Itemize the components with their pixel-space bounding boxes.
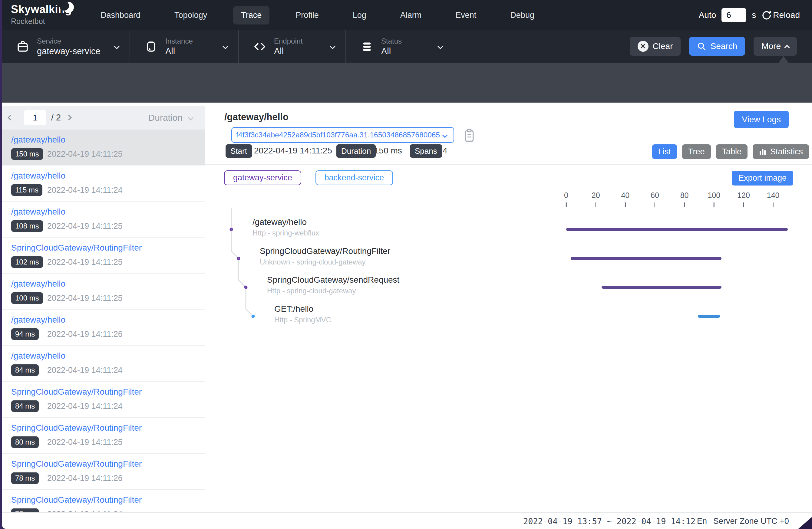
trace-item-title[interactable]: SpringCloudGateway/RoutingFilter [11, 459, 142, 469]
span-node[interactable] [237, 256, 241, 260]
more-label: More [762, 42, 781, 51]
trace-list-item[interactable]: /gateway/hello108 ms2022-04-19 14:11:25 [2, 202, 205, 238]
trace-duration-badge: 94 ms [11, 328, 39, 340]
trace-item-title[interactable]: SpringCloudGateway/RoutingFilter [11, 423, 142, 433]
span-subtitle: Http - spring-cloud-gateway [267, 286, 356, 295]
nav-item-dashboard[interactable]: Dashboard [93, 6, 148, 25]
page-number-input[interactable] [24, 110, 46, 125]
trace-list-item[interactable]: SpringCloudGateway/RoutingFilter80 ms202… [2, 417, 205, 454]
trace-id-select[interactable]: f4f3f3c34abe4252a89d5bf103f776aa.31.1650… [231, 127, 454, 143]
page-total: / 2 [51, 113, 61, 122]
next-page-icon[interactable] [66, 115, 72, 120]
header-separator [205, 164, 812, 165]
trace-item-title[interactable]: /gateway/hello [11, 279, 66, 289]
view-mode-list[interactable]: List [652, 144, 677, 159]
footer-bar: 2022-04-19 13:57 ~ 2022-04-19 14:12 En S… [2, 512, 812, 529]
nav-item-debug[interactable]: Debug [502, 6, 542, 25]
view-mode-table[interactable]: Table [716, 144, 748, 159]
view-mode-tree[interactable]: Tree [682, 144, 711, 159]
trace-list-item[interactable]: /gateway/hello150 ms2022-04-19 14:11:25 [2, 130, 205, 165]
span-title[interactable]: GET:/hello [274, 304, 313, 314]
endpoint-label: Endpoint [274, 37, 303, 45]
trace-duration-badge: 108 ms [11, 220, 43, 232]
copy-icon[interactable] [463, 128, 475, 142]
nav-item-topology[interactable]: Topology [166, 6, 215, 25]
view-logs-button[interactable]: View Logs [734, 111, 789, 128]
trace-list-item[interactable]: SpringCloudGateway/RoutingFilter78 ms202… [2, 454, 205, 490]
trace-detail-panel: /gateway/hello View Logs f4f3f3c34abe425… [205, 103, 812, 512]
footer-server-zone[interactable]: Server Zone UTC +0 [713, 517, 789, 526]
clear-button[interactable]: ✕ Clear [630, 37, 681, 56]
axis-tick-label: 120 [737, 191, 750, 200]
span-duration-bar[interactable] [601, 286, 722, 289]
trace-duration-badge: 84 ms [11, 400, 39, 412]
span-title[interactable]: SpringCloudGateway/sendRequest [267, 275, 399, 285]
auto-unit: s [752, 10, 756, 20]
trace-list-item[interactable]: SpringCloudGateway/RoutingFilter84 ms202… [2, 382, 205, 417]
nav-item-event[interactable]: Event [448, 6, 484, 25]
span-node[interactable] [251, 315, 255, 318]
trace-duration-badge: 84 ms [11, 364, 39, 376]
trace-list-item[interactable]: /gateway/hello94 ms2022-04-19 14:11:26 [2, 310, 205, 346]
auto-label: Auto [699, 10, 716, 20]
search-button[interactable]: Search [689, 37, 745, 56]
span-duration-bar[interactable] [698, 315, 720, 318]
top-bar-right: Auto s Reload [699, 0, 800, 30]
auto-interval-input[interactable] [722, 8, 746, 22]
pagination-bar: / 2 Duration [2, 106, 205, 130]
span-node[interactable] [230, 228, 233, 231]
start-value: 2022-04-19 14:11:25 [254, 146, 332, 156]
span-duration-bar[interactable] [571, 257, 722, 260]
duration-value: 150 ms [374, 146, 402, 156]
trace-item-title[interactable]: SpringCloudGateway/RoutingFilter [11, 387, 142, 397]
span-title[interactable]: SpringCloudGateway/RoutingFilter [260, 246, 390, 256]
trace-list-item[interactable]: SpringCloudGateway/RoutingFilter102 ms20… [2, 238, 205, 274]
span-duration-bar[interactable] [566, 228, 788, 231]
view-mode-label: List [658, 147, 671, 157]
clear-label: Clear [653, 42, 673, 51]
bar-chart-icon [759, 148, 767, 156]
span-title[interactable]: /gateway/hello [252, 217, 307, 227]
status-selector[interactable]: Status All [346, 30, 453, 63]
service-tag-backend-service[interactable]: backend-service [316, 171, 393, 185]
view-mode-statistics[interactable]: Statistics [753, 144, 809, 159]
service-tag-gateway-service[interactable]: gateway-service [224, 171, 301, 185]
skywalking-logo[interactable]: Skywalking Rocketbot [11, 3, 72, 26]
span-node[interactable] [244, 286, 248, 289]
endpoint-selector[interactable]: Endpoint All [239, 30, 346, 63]
export-image-button[interactable]: Export image [732, 171, 793, 186]
sort-dropdown[interactable]: Duration [148, 113, 192, 123]
trace-item-title[interactable]: SpringCloudGateway/RoutingFilter [11, 495, 142, 505]
trace-sidebar: / 2 Duration /gateway/hello150 ms2022-04… [2, 103, 205, 512]
trace-item-title[interactable]: /gateway/hello [11, 315, 66, 325]
trace-list-item[interactable]: /gateway/hello84 ms2022-04-19 14:11:24 [2, 346, 205, 382]
service-selector[interactable]: Service gateway-service [2, 30, 130, 63]
nav-item-log[interactable]: Log [345, 6, 374, 25]
instance-selector[interactable]: Instance All [130, 30, 239, 63]
service-label: Service [37, 37, 101, 45]
search-icon [697, 42, 706, 51]
reload-button[interactable]: Reload [762, 10, 800, 20]
trace-item-title[interactable]: /gateway/hello [11, 351, 66, 361]
sort-label: Duration [148, 113, 183, 123]
trace-list-item[interactable]: /gateway/hello100 ms2022-04-19 14:11:25 [2, 274, 205, 310]
trace-list-item[interactable]: SpringCloudGateway/RoutingFilter75 ms202… [2, 490, 205, 512]
nav-item-alarm[interactable]: Alarm [392, 6, 430, 25]
clear-icon: ✕ [638, 41, 649, 52]
endpoint-value: All [274, 46, 303, 56]
trace-item-title[interactable]: /gateway/hello [11, 171, 66, 181]
trace-item-title[interactable]: /gateway/hello [11, 135, 66, 145]
trace-duration-badge: 80 ms [11, 436, 39, 448]
nav-item-trace[interactable]: Trace [233, 6, 270, 25]
trace-item-title[interactable]: /gateway/hello [11, 207, 66, 217]
footer-language[interactable]: En [697, 517, 707, 526]
prev-page-icon[interactable] [8, 115, 13, 120]
trace-item-title[interactable]: SpringCloudGateway/RoutingFilter [11, 243, 142, 253]
footer-time-range[interactable]: 2022-04-19 13:57 ~ 2022-04-19 14:12 [523, 517, 695, 526]
trace-duration-badge: 78 ms [11, 472, 39, 484]
trace-item-timestamp: 2022-04-19 14:11:25 [47, 294, 122, 303]
more-button[interactable]: More [754, 37, 797, 56]
view-mode-label: Statistics [770, 147, 803, 157]
trace-list-item[interactable]: /gateway/hello115 ms2022-04-19 14:11:24 [2, 165, 205, 202]
nav-item-profile[interactable]: Profile [288, 6, 327, 25]
